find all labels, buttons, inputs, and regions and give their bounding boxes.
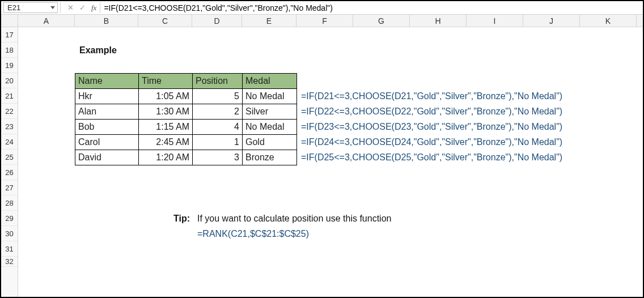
cell-time[interactable]: 1:15 AM [139, 120, 193, 135]
formula-display[interactable]: =IF(D23<=3,CHOOSE(D23,"Gold","Silver","B… [299, 119, 565, 134]
cell-name[interactable]: Bob [75, 120, 139, 135]
col-header-f[interactable]: F [296, 15, 353, 27]
table-row: David 1:20 AM 3 Bronze [75, 150, 297, 165]
column-headers: A B C D E F G H I J K [1, 15, 643, 27]
formula-bar: E21 ✕ ✓ fx =IF(D21<=3,CHOOSE(D21,"Gold",… [1, 1, 643, 15]
col-header-a[interactable]: A [18, 15, 75, 27]
col-header-b[interactable]: B [75, 15, 138, 27]
cell-medal[interactable]: Gold [243, 135, 297, 150]
formula-display[interactable]: =IF(D24<=3,CHOOSE(D24,"Gold","Silver","B… [299, 134, 565, 150]
table-header-row: Name Time Position Medal [75, 74, 297, 89]
cell-time[interactable]: 2:45 AM [139, 135, 193, 150]
sheet: A B C D E F G H I J K 17 18 19 20 21 22 … [1, 15, 643, 297]
name-box-value: E21 [7, 3, 20, 12]
th-name[interactable]: Name [75, 74, 139, 89]
name-box[interactable]: E21 [3, 2, 58, 13]
cell-position[interactable]: 3 [193, 150, 243, 165]
col-header-j[interactable]: J [523, 15, 580, 27]
tip-text: If you want to calculate position use th… [195, 211, 393, 226]
col-header-i[interactable]: I [467, 15, 523, 27]
app-frame: E21 ✕ ✓ fx =IF(D21<=3,CHOOSE(D21,"Gold",… [0, 0, 644, 298]
col-header-g[interactable]: G [353, 15, 410, 27]
formula-display[interactable]: =IF(D25<=3,CHOOSE(D25,"Gold","Silver","B… [299, 150, 565, 165]
row-header[interactable]: 30 [1, 226, 18, 241]
col-header-d[interactable]: D [192, 15, 242, 27]
chevron-down-icon[interactable] [50, 6, 55, 9]
separator [60, 2, 62, 13]
cell-time[interactable]: 1:30 AM [139, 104, 193, 120]
th-position[interactable]: Position [193, 74, 243, 89]
formula-text: =IF(D21<=3,CHOOSE(D21,"Gold","Silver","B… [104, 3, 333, 12]
row-header[interactable]: 26 [1, 165, 18, 180]
row-header[interactable]: 19 [1, 58, 18, 73]
cancel-icon[interactable]: ✕ [67, 3, 74, 12]
cell-time[interactable]: 1:20 AM [139, 150, 193, 165]
row-header[interactable]: 23 [1, 119, 18, 134]
cell-medal[interactable]: Silver [243, 104, 297, 120]
select-all-corner[interactable] [1, 15, 18, 27]
cell-position[interactable]: 4 [193, 120, 243, 135]
row-header[interactable]: 20 [1, 73, 18, 88]
formula-display[interactable]: =IF(D21<=3,CHOOSE(D21,"Gold","Silver","B… [299, 88, 565, 104]
formula-display[interactable]: =IF(D22<=3,CHOOSE(D22,"Gold","Silver","B… [299, 104, 565, 119]
table-row: Hkr 1:05 AM 5 No Medal [75, 89, 297, 104]
cell-medal[interactable]: No Medal [243, 89, 297, 104]
col-header-c[interactable]: C [138, 15, 192, 27]
tip-formula[interactable]: =RANK(C21,$C$21:$C$25) [195, 226, 311, 241]
table-row: Carol 2:45 AM 1 Gold [75, 135, 297, 150]
cell-medal[interactable]: Bronze [243, 150, 297, 165]
row-header[interactable]: 22 [1, 104, 18, 119]
cells-canvas[interactable]: Example Name Time Position Medal Hkr 1:0… [18, 27, 643, 297]
row-header[interactable]: 24 [1, 134, 18, 150]
row-header[interactable]: 18 [1, 42, 18, 58]
formula-bar-buttons: ✕ ✓ fx [64, 1, 100, 14]
row-header[interactable]: 29 [1, 211, 18, 226]
cell-medal[interactable]: No Medal [243, 120, 297, 135]
table-row: Bob 1:15 AM 4 No Medal [75, 120, 297, 135]
data-table: Name Time Position Medal Hkr 1:05 AM 5 N… [75, 73, 297, 165]
table-row: Alan 1:30 AM 2 Silver [75, 104, 297, 120]
cell-name[interactable]: David [75, 150, 139, 165]
tip-label: Tip: [138, 211, 192, 226]
th-medal[interactable]: Medal [243, 74, 297, 89]
row-header[interactable]: 32 [1, 257, 18, 267]
col-header-e[interactable]: E [242, 15, 296, 27]
enter-icon[interactable]: ✓ [79, 3, 86, 12]
col-header-k[interactable]: K [580, 15, 637, 27]
cell-position[interactable]: 5 [193, 89, 243, 104]
grid-body: 17 18 19 20 21 22 23 24 25 26 27 28 29 3… [1, 27, 643, 297]
row-headers: 17 18 19 20 21 22 23 24 25 26 27 28 29 3… [1, 27, 18, 297]
row-header[interactable]: 25 [1, 150, 18, 165]
row-header[interactable]: 31 [1, 241, 18, 257]
col-header-h[interactable]: H [410, 15, 467, 27]
cell-name[interactable]: Hkr [75, 89, 139, 104]
cell-name[interactable]: Carol [75, 135, 139, 150]
row-header[interactable]: 17 [1, 27, 18, 42]
cell-time[interactable]: 1:05 AM [139, 89, 193, 104]
cell-name[interactable]: Alan [75, 104, 139, 120]
fx-icon[interactable]: fx [91, 3, 96, 12]
formula-input[interactable]: =IF(D21<=3,CHOOSE(D21,"Gold","Silver","B… [100, 2, 643, 13]
th-time[interactable]: Time [139, 74, 193, 89]
row-header[interactable]: 21 [1, 88, 18, 104]
row-header[interactable]: 27 [1, 180, 18, 195]
example-heading: Example [77, 42, 119, 58]
cell-position[interactable]: 1 [193, 135, 243, 150]
row-header[interactable]: 28 [1, 195, 18, 211]
cell-position[interactable]: 2 [193, 104, 243, 120]
